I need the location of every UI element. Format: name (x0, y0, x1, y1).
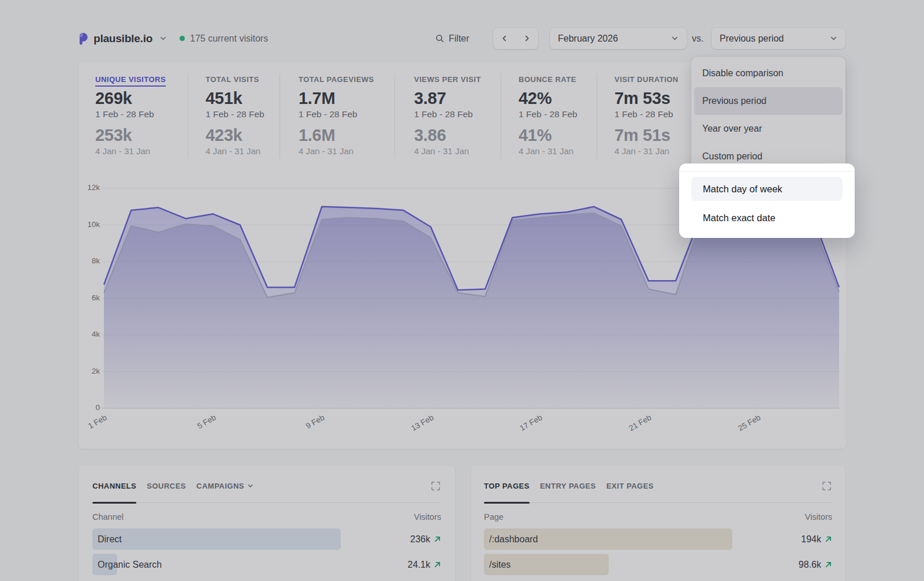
popup-item-match-day-of-week[interactable]: Match day of week (691, 177, 843, 201)
popup-separator (679, 171, 855, 172)
popup-item-match-exact-date[interactable]: Match exact date (691, 206, 843, 230)
comparison-mode-popup: Match day of weekMatch exact date (679, 163, 855, 238)
modal-overlay[interactable] (0, 0, 924, 581)
dashboard-page: plausible.io 175 current visitors Filter… (0, 0, 924, 581)
